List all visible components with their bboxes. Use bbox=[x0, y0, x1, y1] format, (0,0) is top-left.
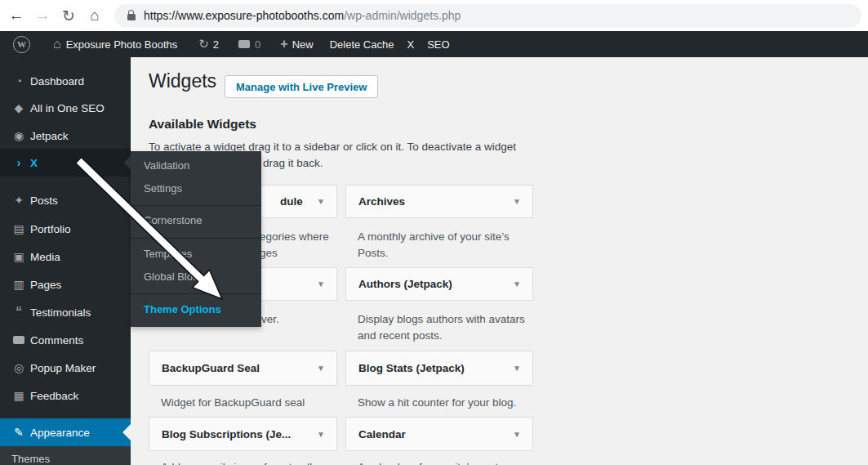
available-widgets-intro-line2: drag it back. bbox=[263, 157, 323, 169]
current-page-arrow bbox=[122, 424, 131, 440]
widget-card-description: Show a hit counter for your blog. bbox=[358, 395, 516, 411]
back-icon[interactable]: ← bbox=[3, 7, 29, 25]
sidebar-item-media[interactable]: ▣ Media bbox=[0, 243, 131, 271]
flyout-item-cornerstone[interactable]: Cornerstone bbox=[144, 214, 203, 226]
widget-card-title: BackupGuard Seal bbox=[162, 362, 260, 374]
new-label: New bbox=[292, 38, 314, 51]
manage-live-preview-button[interactable]: Manage with Live Preview bbox=[225, 75, 378, 98]
sidebar-item-feedback[interactable]: ▦ Feedback bbox=[0, 382, 131, 409]
x-menu[interactable]: X bbox=[400, 31, 421, 57]
menu-separator bbox=[131, 205, 261, 206]
updates-icon: ↻ bbox=[198, 37, 209, 51]
sidebar-item-popup-maker[interactable]: ◎ Popup Maker bbox=[0, 354, 131, 382]
wordpress-logo-menu[interactable]: W bbox=[0, 31, 37, 57]
sidebar-item-label: Comments bbox=[30, 334, 83, 347]
reload-icon[interactable]: ↻ bbox=[56, 7, 82, 25]
flyout-item-validation[interactable]: Validation bbox=[144, 159, 189, 172]
sidebar-item-label: Pages bbox=[30, 279, 61, 291]
sidebar-item-appearance[interactable]: ✎ Appearance bbox=[0, 418, 131, 446]
chevron-down-icon[interactable]: ▼ bbox=[317, 197, 325, 206]
widget-card-description: Display blogs authors with avatars and r… bbox=[358, 311, 525, 344]
browser-toolbar: ← → ↻ ⌂ https://www.exposure-photobooths… bbox=[0, 0, 868, 31]
x-label: X bbox=[407, 38, 414, 51]
widget-card-title: dule bbox=[280, 195, 303, 208]
menu-separator bbox=[131, 238, 261, 239]
sidebar-item-posts[interactable]: ✦ Posts bbox=[0, 186, 131, 214]
chevron-down-icon[interactable]: ▼ bbox=[513, 197, 521, 206]
submenu-item-themes[interactable]: Themes bbox=[11, 453, 50, 465]
popup-icon: ◎ bbox=[10, 361, 28, 374]
delete-cache-label: Delete Cache bbox=[330, 38, 394, 51]
widget-card-description: A monthly archive of your site’s Posts. bbox=[358, 229, 510, 262]
widget-card-authors-jetpack[interactable]: Authors (Jetpack) ▼ bbox=[345, 267, 533, 301]
screen: ← → ↻ ⌂ https://www.exposure-photobooths… bbox=[0, 0, 868, 465]
brush-icon: ✎ bbox=[10, 426, 28, 439]
menu-separator bbox=[131, 293, 261, 294]
chevron-down-icon[interactable]: ▼ bbox=[513, 430, 521, 439]
widget-card-title: Calendar bbox=[358, 428, 406, 440]
wp-admin-bar: W ⌂ Exposure Photo Booths ↻ 2 0 + New De… bbox=[0, 31, 868, 57]
home-icon: ⌂ bbox=[53, 37, 61, 51]
widget-card-blog-stats-jetpack[interactable]: Blog Stats (Jetpack) ▼ bbox=[345, 351, 533, 386]
seo-menu[interactable]: SEO bbox=[421, 31, 456, 57]
portfolio-icon: ▤ bbox=[10, 222, 28, 235]
flyout-item-global-blocks[interactable]: Global Blocks bbox=[144, 271, 208, 283]
sidebar-item-portfolio[interactable]: ▤ Portfolio bbox=[0, 215, 131, 243]
chevron-down-icon[interactable]: ▼ bbox=[317, 279, 325, 288]
new-content-menu[interactable]: + New bbox=[274, 31, 319, 57]
updates-count: 2 bbox=[213, 38, 219, 51]
delete-cache-menu[interactable]: Delete Cache bbox=[323, 31, 401, 57]
flyout-item-settings[interactable]: Settings bbox=[144, 182, 182, 194]
comment-bubble-icon bbox=[238, 40, 250, 48]
flyout-item-templates[interactable]: Templates bbox=[144, 248, 192, 260]
form-icon: ▦ bbox=[10, 389, 28, 402]
chevron-down-icon[interactable]: ▼ bbox=[513, 364, 521, 373]
widget-card-blog-subscriptions[interactable]: Blog Subscriptions (Je... ▼ bbox=[149, 417, 337, 451]
pushpin-icon: ✦ bbox=[10, 194, 28, 207]
chevron-down-icon[interactable]: ▼ bbox=[317, 430, 325, 439]
forward-icon[interactable]: → bbox=[29, 7, 56, 25]
sidebar-item-x[interactable]: › X bbox=[0, 149, 131, 177]
flyout-arrow-notch bbox=[124, 155, 131, 170]
widget-card-description: ver. bbox=[261, 311, 279, 328]
chevron-down-icon[interactable]: ▼ bbox=[513, 279, 521, 288]
sidebar-item-label: Posts bbox=[30, 194, 58, 207]
widget-card-description: egories where ges bbox=[260, 229, 329, 262]
url-text: https://www.exposure-photobooths.com/wp-… bbox=[144, 9, 461, 22]
comments-count: 0 bbox=[255, 38, 260, 51]
wordpress-logo-icon: W bbox=[13, 36, 30, 53]
sidebar-item-label: All in One SEO bbox=[30, 102, 105, 114]
home-icon[interactable]: ⌂ bbox=[82, 7, 108, 25]
page-title: Widgets bbox=[149, 70, 216, 92]
comments-menu[interactable]: 0 bbox=[232, 31, 267, 57]
widget-card-archives[interactable]: Archives ▼ bbox=[345, 185, 533, 218]
sidebar-item-dashboard[interactable]: ◔ Dashboard bbox=[0, 67, 131, 95]
widget-card-description-clipped: A calendar of your site’s posts. bbox=[358, 459, 507, 465]
updates-menu[interactable]: ↻ 2 bbox=[192, 31, 225, 57]
widget-card-title: Authors (Jetpack) bbox=[358, 278, 452, 290]
jetpack-icon: ◉ bbox=[10, 129, 28, 142]
sidebar-item-testimonials[interactable]: “ Testimonials bbox=[0, 298, 131, 326]
shield-icon: ◆ bbox=[10, 101, 28, 114]
lock-icon bbox=[127, 14, 136, 20]
comment-bubble-icon bbox=[10, 333, 28, 347]
sidebar-item-label: Portfolio bbox=[30, 223, 71, 235]
sidebar-item-jetpack[interactable]: ◉ Jetpack bbox=[0, 122, 131, 150]
sidebar-item-label: Popup Maker bbox=[30, 362, 96, 374]
widget-card-calendar[interactable]: Calendar ▼ bbox=[345, 417, 533, 451]
chevron-right-icon: › bbox=[10, 156, 28, 169]
widget-card-backupguard-seal[interactable]: BackupGuard Seal ▼ bbox=[149, 351, 337, 386]
sidebar-item-comments[interactable]: Comments bbox=[0, 326, 131, 354]
url-bar[interactable]: https://www.exposure-photobooths.com/wp-… bbox=[114, 4, 861, 28]
sidebar-item-label: Jetpack bbox=[30, 130, 69, 142]
plus-icon: + bbox=[280, 37, 287, 51]
flyout-item-theme-options[interactable]: Theme Options bbox=[144, 303, 221, 315]
sidebar-item-label: Dashboard bbox=[30, 75, 84, 87]
sidebar-item-all-in-one-seo[interactable]: ◆ All in One SEO bbox=[0, 94, 131, 122]
sidebar-item-label: Appearance bbox=[30, 427, 90, 439]
sidebar-item-label: Feedback bbox=[30, 390, 78, 402]
sidebar-item-pages[interactable]: ▥ Pages bbox=[0, 271, 131, 298]
chevron-down-icon[interactable]: ▼ bbox=[317, 364, 325, 373]
widget-card-description-clipped: Add an email signup form to allow bbox=[161, 459, 327, 465]
site-name-menu[interactable]: ⌂ Exposure Photo Booths bbox=[47, 31, 184, 57]
